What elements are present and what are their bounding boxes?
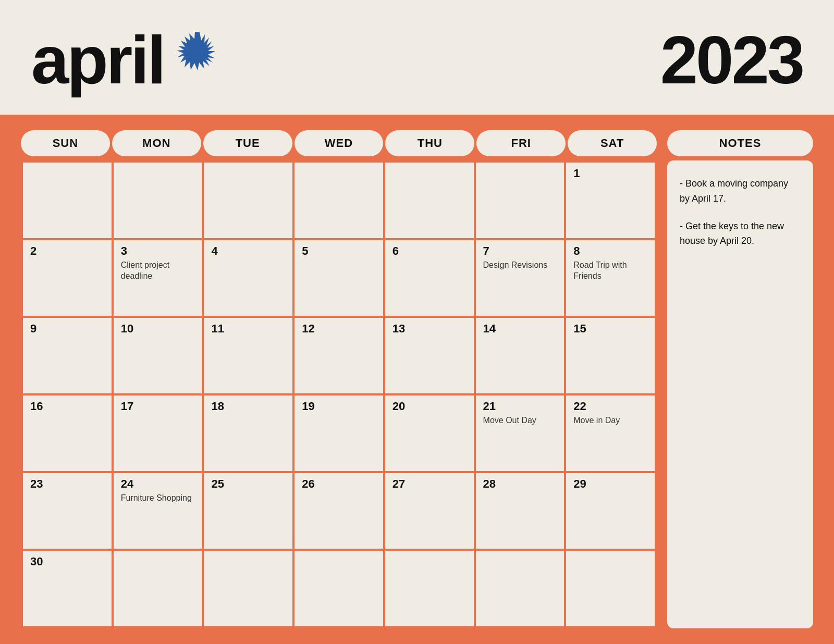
table-row: 8 Road Trip with Friends	[565, 239, 656, 317]
table-row: 16	[22, 394, 113, 472]
day-number: 26	[302, 478, 376, 490]
calendar-main: SUN MON TUE WED THU FRI SAT 1	[21, 130, 657, 628]
table-row: 26	[293, 472, 384, 550]
table-row	[113, 550, 203, 627]
table-row: 4	[203, 239, 293, 317]
notes-content: - Book a moving company by April 17. - G…	[667, 160, 813, 628]
table-row: 25	[203, 472, 293, 550]
day-number: 9	[30, 323, 104, 335]
table-row	[203, 550, 293, 627]
table-row: 19	[293, 394, 384, 472]
day-number: 21	[483, 401, 557, 412]
event-text: Design Revisions	[483, 260, 557, 271]
day-number: 10	[121, 323, 195, 335]
table-row: 11	[203, 317, 293, 394]
table-row: 20	[384, 394, 475, 472]
table-row	[203, 162, 293, 239]
table-row	[384, 550, 475, 627]
day-header-fri: FRI	[476, 130, 566, 156]
note-item-1: - Book a moving company by April 17.	[680, 176, 801, 206]
table-row: 1	[565, 162, 656, 239]
table-row: 21 Move Out Day	[475, 394, 566, 472]
day-number: 13	[393, 323, 467, 335]
table-row: 27	[384, 472, 475, 550]
month-title: april	[31, 26, 164, 94]
event-text: Move in Day	[573, 415, 647, 426]
day-number: 22	[573, 401, 647, 412]
table-row: 22 Move in Day	[565, 394, 656, 472]
note-item-2: - Get the keys to the new house by April…	[680, 219, 801, 249]
table-row: 3 Client project deadline	[113, 239, 203, 317]
table-row	[384, 162, 475, 239]
event-text: Client project deadline	[121, 260, 195, 282]
day-number: 11	[211, 323, 285, 335]
day-header-sun: SUN	[21, 130, 110, 156]
table-row: 12	[293, 317, 384, 394]
day-number: 5	[302, 245, 376, 257]
table-row: 24 Furniture Shopping	[113, 472, 203, 550]
day-number: 14	[483, 323, 557, 335]
day-header-tue: TUE	[203, 130, 292, 156]
day-number: 23	[30, 478, 104, 490]
table-row	[475, 550, 566, 627]
day-number: 15	[573, 323, 647, 335]
day-number: 8	[573, 245, 647, 257]
table-row	[293, 550, 384, 627]
day-number: 2	[30, 245, 104, 257]
table-row	[293, 162, 384, 239]
table-row	[22, 162, 113, 239]
day-number: 12	[302, 323, 376, 335]
day-number: 16	[30, 401, 104, 412]
day-header-mon: MON	[112, 130, 201, 156]
table-row: 18	[203, 394, 293, 472]
header: april 2023	[0, 0, 834, 115]
table-row: 10	[113, 317, 203, 394]
day-number: 17	[121, 401, 195, 412]
table-row	[565, 550, 656, 627]
year-title: 2023	[660, 26, 803, 94]
day-number: 18	[211, 401, 285, 412]
day-number: 30	[30, 556, 104, 567]
day-number: 1	[573, 168, 647, 179]
table-row: 29	[565, 472, 656, 550]
table-row: 6	[384, 239, 475, 317]
day-number: 4	[211, 245, 285, 257]
table-row: 5	[293, 239, 384, 317]
event-text: Furniture Shopping	[121, 493, 195, 504]
day-number: 24	[121, 478, 195, 490]
calendar-grid: 1 2 3 Client project deadline 4 5 6	[21, 160, 657, 628]
table-row: 15	[565, 317, 656, 394]
table-row	[113, 162, 203, 239]
page: april 2023 SUN MON TUE WED THU FRI SAT	[0, 0, 834, 644]
table-row	[475, 162, 566, 239]
day-header-thu: THU	[385, 130, 474, 156]
header-left: april	[31, 26, 226, 94]
calendar-body: SUN MON TUE WED THU FRI SAT 1	[0, 115, 834, 644]
event-text: Move Out Day	[483, 415, 557, 426]
table-row: 7 Design Revisions	[475, 239, 566, 317]
starburst-icon	[174, 31, 226, 83]
table-row: 9	[22, 317, 113, 394]
svg-marker-0	[177, 32, 215, 70]
day-number: 19	[302, 401, 376, 412]
day-header-wed: WED	[295, 130, 384, 156]
day-number: 25	[211, 478, 285, 490]
event-text: Road Trip with Friends	[573, 260, 647, 282]
table-row: 14	[475, 317, 566, 394]
day-number: 28	[483, 478, 557, 490]
notes-header: NOTES	[667, 130, 813, 156]
table-row: 17	[113, 394, 203, 472]
table-row: 30	[22, 550, 113, 627]
day-number: 29	[573, 478, 647, 490]
table-row: 28	[475, 472, 566, 550]
day-number: 3	[121, 245, 195, 257]
table-row: 13	[384, 317, 475, 394]
day-number: 27	[393, 478, 467, 490]
table-row: 23	[22, 472, 113, 550]
day-number: 20	[393, 401, 467, 412]
day-number: 6	[393, 245, 467, 257]
notes-panel: NOTES - Book a moving company by April 1…	[667, 130, 813, 628]
table-row: 2	[22, 239, 113, 317]
day-number: 7	[483, 245, 557, 257]
day-headers: SUN MON TUE WED THU FRI SAT	[21, 130, 657, 156]
